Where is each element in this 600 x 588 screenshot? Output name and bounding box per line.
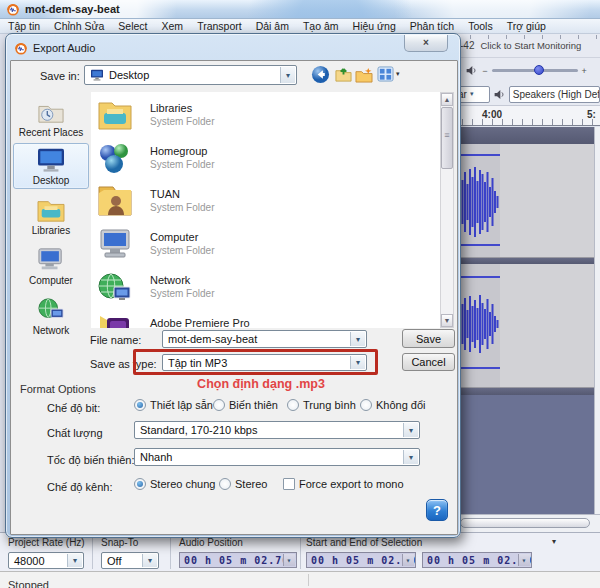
menu-effect[interactable]: Hiệu ứng — [353, 20, 396, 32]
audio-clip-1[interactable] — [458, 144, 500, 257]
dropdown-arrow-icon[interactable] — [67, 554, 82, 567]
file-name-combo[interactable]: mot-dem-say-beat — [162, 330, 367, 348]
help-button[interactable]: ? — [426, 499, 448, 521]
checkbox-icon[interactable] — [283, 478, 295, 490]
track-panel-empty[interactable] — [452, 395, 600, 514]
hscroll-thumb[interactable] — [460, 518, 590, 528]
radio-preset[interactable]: Thiết lập sẵn — [134, 399, 213, 411]
toolbar-separator — [300, 535, 301, 569]
envelope-line — [458, 367, 500, 369]
selection-start-field[interactable]: 00 h 05 m 02.708 s — [306, 552, 416, 568]
file-row-homegroup[interactable]: Homegroup System Folder — [91, 140, 440, 182]
output-device-combo[interactable]: Speakers (High Defin — [509, 86, 600, 103]
place-libraries[interactable]: Libraries — [13, 193, 89, 239]
mixer-toolbar: + − + — [452, 58, 600, 83]
dropdown-arrow-icon[interactable] — [280, 67, 295, 83]
scroll-up-icon[interactable]: ▲ — [441, 93, 453, 106]
radio-constant[interactable]: Không đổi — [360, 399, 426, 411]
menu-analyze[interactable]: Phân tích — [410, 20, 454, 32]
audio-clip-2[interactable] — [458, 264, 500, 387]
cancel-button[interactable]: Cancel — [402, 353, 455, 371]
save-in-combo[interactable]: Desktop — [84, 65, 297, 85]
meter-toolbar[interactable]: -42 Click to Start Monitoring — [452, 34, 600, 58]
menu-select[interactable]: Select — [118, 20, 147, 32]
vertical-scrollbar[interactable] — [594, 127, 600, 514]
file-row-premiere[interactable]: Adobe Premiere Pro — [91, 312, 440, 328]
place-network[interactable]: Network — [13, 293, 89, 339]
up-folder-button[interactable] — [335, 66, 352, 83]
dropdown-arrow-icon[interactable] — [283, 554, 295, 566]
selection-mode-dropdown-icon[interactable]: ▾ — [552, 537, 556, 546]
menu-tracks[interactable]: Dải âm — [256, 20, 289, 32]
radio-icon[interactable] — [134, 399, 146, 411]
window-titlebar[interactable]: mot-dem-say-beat — [0, 0, 600, 19]
output-volume-slider[interactable] — [492, 69, 578, 72]
place-recent-places[interactable]: Recent Places — [13, 95, 89, 141]
format-options-title: Format Options — [20, 383, 96, 395]
place-label: Libraries — [32, 225, 70, 236]
menu-edit[interactable]: Chỉnh Sửa — [54, 20, 104, 32]
radio-icon[interactable] — [287, 399, 299, 411]
file-row-libraries[interactable]: Libraries System Folder — [91, 97, 440, 139]
menu-transport[interactable]: Transport — [197, 20, 242, 32]
volume-slider-thumb[interactable] — [534, 65, 544, 75]
file-list[interactable]: Libraries System Folder Homegroup System… — [91, 92, 440, 328]
audio-track-1[interactable] — [452, 144, 594, 258]
selection-end-field[interactable]: 00 h 05 m 02.708 s — [422, 552, 532, 568]
quality-combo[interactable]: Standard, 170-210 kbps — [134, 421, 420, 439]
app-window: mot-dem-say-beat Tập tin Chỉnh Sửa Selec… — [0, 0, 600, 588]
dropdown-arrow-icon[interactable] — [350, 332, 365, 346]
volume-plus-label: + — [582, 66, 587, 76]
snap-to-value: Off — [107, 555, 121, 567]
menu-view[interactable]: Xem — [162, 20, 184, 32]
menu-help[interactable]: Trợ giúp — [507, 20, 546, 32]
horizontal-scrollbar[interactable] — [452, 514, 600, 532]
radio-variable[interactable]: Biến thiên — [213, 399, 278, 411]
radio-joint-stereo[interactable]: Stereo chung — [134, 478, 215, 490]
scroll-down-icon[interactable]: ▼ — [441, 314, 453, 327]
libraries-icon — [36, 197, 66, 223]
output-device-value: Speakers (High Defin — [513, 89, 600, 100]
dropdown-arrow-icon[interactable] — [403, 423, 418, 437]
project-rate-combo[interactable]: 48000 — [8, 552, 84, 569]
menu-generate[interactable]: Tạo âm — [303, 20, 339, 32]
place-computer[interactable]: Computer — [13, 243, 89, 289]
variable-speed-combo[interactable]: Nhanh — [134, 448, 420, 466]
envelope-line — [458, 276, 500, 278]
dropdown-arrow-icon[interactable] — [142, 554, 157, 567]
places-sidebar: Recent Places Desktop Libraries Computer… — [12, 91, 91, 329]
scrollbar-thumb[interactable] — [441, 107, 453, 169]
dropdown-arrow-icon[interactable] — [350, 356, 365, 369]
dialog-titlebar[interactable]: Export Audio — [10, 37, 456, 59]
force-mono-checkbox[interactable]: Force export to mono — [283, 478, 404, 490]
views-button[interactable]: ▾ — [377, 66, 400, 82]
timeline-ruler[interactable]: 4:00 5: — [452, 105, 600, 126]
dropdown-arrow-icon[interactable] — [518, 554, 530, 566]
file-list-scrollbar[interactable]: ▲ ▼ — [440, 92, 454, 328]
radio-stereo[interactable]: Stereo — [219, 478, 267, 490]
save-in-value: Desktop — [109, 69, 149, 81]
radio-icon[interactable] — [213, 399, 225, 411]
file-row-tuan[interactable]: TUAN System Folder — [91, 183, 440, 225]
audio-track-2[interactable] — [452, 264, 594, 388]
radio-icon[interactable] — [134, 478, 146, 490]
radio-icon[interactable] — [219, 478, 231, 490]
save-as-type-combo[interactable]: Tập tin MP3 — [162, 354, 367, 371]
audio-position-field[interactable]: 00 h 05 m 02.708 s — [179, 552, 297, 568]
radio-icon[interactable] — [360, 399, 372, 411]
close-icon[interactable]: × — [404, 35, 448, 52]
snap-to-combo[interactable]: Off — [101, 552, 159, 569]
place-desktop[interactable]: Desktop — [13, 143, 89, 189]
menu-file[interactable]: Tập tin — [8, 20, 40, 32]
back-button[interactable] — [311, 65, 330, 84]
save-button[interactable]: Save — [402, 329, 455, 348]
radio-average[interactable]: Trung bình — [287, 399, 356, 411]
file-row-network[interactable]: Network System Folder — [91, 269, 440, 311]
status-text: Stopped — [8, 579, 49, 588]
meter-hint[interactable]: Click to Start Monitoring — [480, 40, 581, 51]
menu-tools[interactable]: Tools — [468, 20, 493, 32]
dropdown-arrow-icon[interactable] — [403, 450, 418, 464]
file-row-computer[interactable]: Computer System Folder — [91, 226, 440, 268]
new-folder-button[interactable] — [355, 66, 373, 83]
dropdown-arrow-icon[interactable] — [402, 554, 414, 566]
